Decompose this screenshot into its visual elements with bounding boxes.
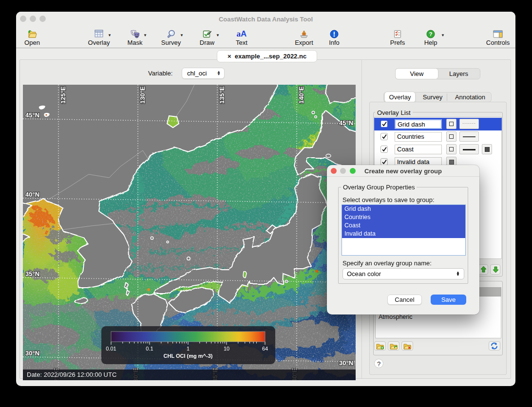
svg-text:125°E: 125°E — [59, 86, 67, 104]
svg-text:CHL OCI (mg m^-3): CHL OCI (mg m^-3) — [164, 353, 213, 359]
svg-text:140°E: 140°E — [298, 86, 305, 104]
svg-text:40°N: 40°N — [25, 191, 39, 198]
svg-text:30°N: 30°N — [25, 350, 39, 357]
svg-text:45°N: 45°N — [339, 119, 353, 127]
svg-text:30°N: 30°N — [339, 359, 353, 367]
svg-text:45°N: 45°N — [25, 111, 39, 119]
svg-text:1: 1 — [187, 346, 190, 352]
svg-text:10: 10 — [224, 346, 229, 352]
svg-text:0.01: 0.01 — [106, 346, 116, 352]
svg-text:64: 64 — [262, 346, 268, 352]
svg-text:130°E: 130°E — [139, 86, 146, 104]
svg-text:0.1: 0.1 — [146, 346, 153, 352]
svg-text:35°N: 35°N — [25, 270, 39, 278]
svg-text:135°E: 135°E — [218, 86, 226, 104]
svg-text:?: ? — [429, 31, 432, 37]
